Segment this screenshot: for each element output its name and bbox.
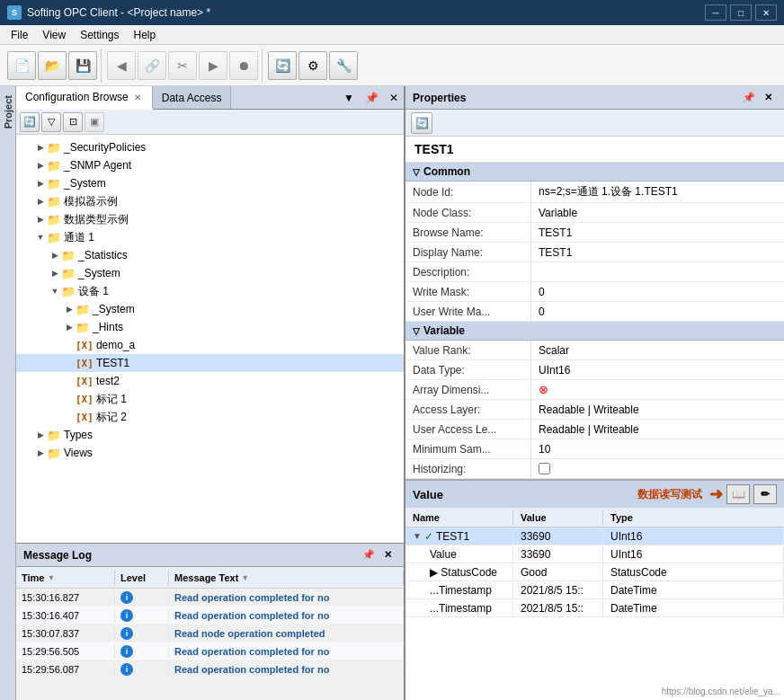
prop-value xyxy=(531,262,784,281)
properties-title: Properties xyxy=(413,92,466,104)
tree-item[interactable]: ▶📁_SNMP Agent xyxy=(16,156,404,174)
tree-item[interactable]: [X]TEST1 xyxy=(16,354,404,372)
tree-item[interactable]: [X]标记 2 xyxy=(16,408,404,426)
tree-item[interactable]: ▼📁设备 1 xyxy=(16,282,404,300)
value-cell-type: UInt16 xyxy=(603,546,784,563)
expand-arrow-icon: ▼ xyxy=(413,531,422,541)
tree-expander[interactable]: ▼ xyxy=(49,287,61,296)
tab-bar-close[interactable]: ✕ xyxy=(384,86,404,109)
tree-collapse-btn[interactable]: ⊡ xyxy=(63,112,83,132)
tab-bar-pin[interactable]: 📌 xyxy=(360,86,384,109)
log-cell-message: Read operation completed for no xyxy=(169,591,404,604)
tab-config-close[interactable]: ✕ xyxy=(132,93,143,102)
tab-config-browse[interactable]: Configuration Browse ✕ xyxy=(16,86,153,110)
tree-item[interactable]: ▶📁Views xyxy=(16,444,404,462)
menu-help[interactable]: Help xyxy=(127,27,164,43)
menu-view[interactable]: View xyxy=(35,27,73,43)
tree-expander[interactable]: ▶ xyxy=(34,430,47,439)
tree-item[interactable]: ▶📁_Statistics xyxy=(16,246,404,264)
tree-expander[interactable]: ▶ xyxy=(34,197,47,206)
prop-value: ⊗ xyxy=(531,380,784,399)
tree-item[interactable]: ▶📁Types xyxy=(16,426,404,444)
minimize-button[interactable]: ─ xyxy=(705,4,726,21)
tab-data-access[interactable]: Data Access xyxy=(153,86,232,109)
tree-item[interactable]: ▶📁_SecurityPolicies xyxy=(16,138,404,156)
tree-item[interactable]: ▶📁_Hints xyxy=(16,318,404,336)
tree-item[interactable]: [X]test2 xyxy=(16,372,404,390)
tree-expander[interactable]: ▶ xyxy=(63,323,76,332)
value-row[interactable]: ...Timestamp2021/8/5 15::DateTime xyxy=(405,599,784,617)
tree-item[interactable]: [X]标记 1 xyxy=(16,390,404,408)
historizing-checkbox[interactable] xyxy=(539,463,550,474)
log-cell-level: i xyxy=(115,662,169,677)
tree-expand-btn[interactable]: ▣ xyxy=(85,112,104,132)
tree-filter-btn[interactable]: ▽ xyxy=(41,112,61,132)
close-button[interactable]: ✕ xyxy=(755,4,777,21)
log-row[interactable]: 15:30:07.837iRead node operation complet… xyxy=(16,625,404,642)
tree-expander[interactable]: ▼ xyxy=(34,233,47,242)
value-row[interactable]: ▼ ✓ TEST133690UInt16 xyxy=(405,527,784,545)
log-table-header: Time ▼ Level Message Text ▼ xyxy=(16,567,404,589)
log-cell-time: 15:29:56.505 xyxy=(16,645,115,658)
props-refresh-btn[interactable]: 🔄 xyxy=(411,112,432,134)
tree-expander[interactable]: ▶ xyxy=(34,448,47,457)
value-row[interactable]: Value33690UInt16 xyxy=(405,545,784,563)
prop-value[interactable] xyxy=(531,459,784,478)
value-rows: ▼ ✓ TEST133690UInt16Value33690UInt16▶ St… xyxy=(405,527,784,617)
prop-row: Node Class:Variable xyxy=(405,203,784,223)
message-log-close[interactable]: ✕ xyxy=(379,547,396,563)
log-row[interactable]: 15:29:56.505iRead operation completed fo… xyxy=(16,642,404,660)
toolbar-record-button[interactable]: ⏺ xyxy=(229,51,258,80)
toolbar-refresh-button[interactable]: 🔄 xyxy=(268,51,297,80)
toolbar-settings-button[interactable]: ⚙ xyxy=(298,51,327,80)
log-row[interactable]: 15:29:56.087iRead operation completed fo… xyxy=(16,660,404,678)
log-row[interactable]: 15:30:16.827iRead operation completed fo… xyxy=(16,589,404,607)
tree-item[interactable]: ▶📁数据类型示例 xyxy=(16,210,404,228)
tree-expander[interactable]: ▶ xyxy=(34,215,47,224)
properties-close[interactable]: ✕ xyxy=(760,90,777,105)
toolbar-open-button[interactable]: 📂 xyxy=(38,51,67,80)
value-row[interactable]: ▶ StatusCodeGoodStatusCode xyxy=(405,563,784,581)
tree-expander[interactable]: ▶ xyxy=(63,305,76,314)
prop-value: Variable xyxy=(531,203,784,222)
folder-icon: 📁 xyxy=(61,267,76,280)
message-log-header: Message Log 📌 ✕ xyxy=(16,544,404,567)
tree-refresh-btn[interactable]: 🔄 xyxy=(20,112,40,132)
tree-item[interactable]: ▶📁_System xyxy=(16,264,404,282)
tree-view[interactable]: ▶📁_SecurityPolicies▶📁_SNMP Agent▶📁_Syste… xyxy=(16,135,404,543)
section-common[interactable]: ▽ Common xyxy=(405,163,784,182)
log-col-level: Level xyxy=(115,571,169,585)
menu-file[interactable]: File xyxy=(4,27,35,43)
tree-item-label: 模拟器示例 xyxy=(64,194,118,209)
message-log-pin[interactable]: 📌 xyxy=(358,547,379,563)
tree-expander[interactable]: ▶ xyxy=(49,269,61,278)
properties-pin[interactable]: 📌 xyxy=(738,90,760,105)
variable-section-label: Variable xyxy=(423,324,465,337)
tree-item[interactable]: ▶📁模拟器示例 xyxy=(16,192,404,210)
tree-item[interactable]: [X]demo_a xyxy=(16,336,404,354)
toolbar-new-button[interactable]: 📄 xyxy=(7,51,36,80)
toolbar-forward-button[interactable]: ▶ xyxy=(199,51,227,80)
tree-expander[interactable]: ▶ xyxy=(49,251,61,260)
value-row[interactable]: ...Timestamp2021/8/5 15::DateTime xyxy=(405,581,784,599)
tree-expander[interactable]: ▶ xyxy=(34,143,47,152)
tree-item[interactable]: ▶📁_System xyxy=(16,300,404,318)
value-edit-btn[interactable]: ✏ xyxy=(753,484,777,504)
toolbar-save-button[interactable]: 💾 xyxy=(68,51,97,80)
toolbar-tools-button[interactable]: 🔧 xyxy=(329,51,358,80)
value-cell-value: 2021/8/5 15:: xyxy=(513,600,603,616)
project-vertical-tab[interactable]: Project xyxy=(0,86,16,700)
tab-bar-dropdown[interactable]: ▼ xyxy=(338,86,360,109)
tree-expander[interactable]: ▶ xyxy=(34,179,47,188)
toolbar-connect-button[interactable]: 🔗 xyxy=(138,51,166,80)
toolbar-back-button[interactable]: ◀ xyxy=(107,51,136,80)
maximize-button[interactable]: □ xyxy=(730,4,752,21)
section-variable[interactable]: ▽ Variable xyxy=(405,322,784,341)
value-book-btn[interactable]: 📖 xyxy=(726,484,750,504)
tree-item[interactable]: ▶📁_System xyxy=(16,174,404,192)
tree-item[interactable]: ▼📁通道 1 xyxy=(16,228,404,246)
menu-settings[interactable]: Settings xyxy=(73,27,126,43)
log-row[interactable]: 15:30:16.407iRead operation completed fo… xyxy=(16,607,404,625)
tree-expander[interactable]: ▶ xyxy=(34,161,47,170)
toolbar-disconnect-button[interactable]: ✂ xyxy=(168,51,197,80)
